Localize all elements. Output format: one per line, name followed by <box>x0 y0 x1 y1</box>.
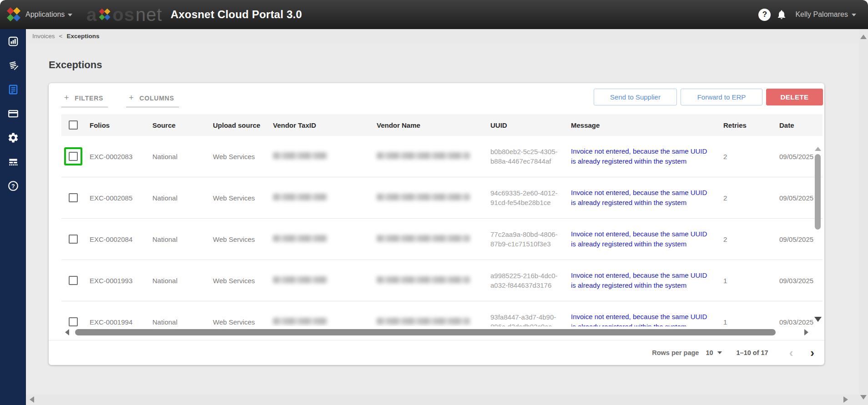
column-header-upload-source: Upload source <box>213 121 273 129</box>
cell-retries: 1 <box>723 318 779 326</box>
cell-retries: 2 <box>723 153 779 160</box>
cell-vendor-name <box>377 276 490 285</box>
sidebar-item-settings[interactable] <box>0 125 26 150</box>
topbar: Applications a osnet Axosnet Cloud Porta… <box>0 0 868 29</box>
rows-per-page-select[interactable]: 10 <box>706 349 722 356</box>
filters-button[interactable]: + FILTERS <box>61 90 108 107</box>
rows-per-page-value: 10 <box>706 349 713 356</box>
column-header-message: Message <box>571 121 723 129</box>
cell-message[interactable]: Invoice not entered, because the same UU… <box>571 312 723 326</box>
cell-retries: 2 <box>723 235 779 243</box>
cell-upload-source: Web Services <box>213 277 273 285</box>
cell-vendor-taxid <box>273 318 377 326</box>
table-row[interactable]: EXC-0002084 National Web Services 77c2aa… <box>61 219 823 260</box>
cell-vendor-taxid <box>273 235 377 243</box>
sidebar-item-documents-active[interactable] <box>0 77 26 101</box>
axosnet-logo-icon <box>5 6 22 23</box>
cell-message[interactable]: Invoice not entered, because the same UU… <box>571 229 723 249</box>
row-checkbox[interactable] <box>69 235 78 244</box>
cell-upload-source: Web Services <box>213 194 273 202</box>
column-header-uuid: UUID <box>490 121 571 129</box>
next-page-button[interactable]: › <box>810 347 814 359</box>
previous-page-button[interactable]: ‹ <box>789 347 793 359</box>
columns-button[interactable]: + COLUMNS <box>126 90 179 107</box>
help-circle-icon: ? <box>7 180 19 192</box>
row-checkbox[interactable] <box>69 152 78 161</box>
delete-button[interactable]: DELETE <box>766 89 823 105</box>
scroll-left-arrow-icon[interactable] <box>30 396 34 403</box>
notepad-pencil-icon <box>7 60 19 71</box>
table-horizontal-scrollbar[interactable] <box>61 329 811 336</box>
page-title: Exceptions <box>49 59 102 71</box>
scroll-down-arrow-icon[interactable] <box>814 317 822 322</box>
cell-vendor-name <box>377 235 490 243</box>
page-horizontal-scrollbar[interactable] <box>26 395 859 405</box>
scroll-left-arrow-icon[interactable] <box>65 329 69 335</box>
cell-source: National <box>152 153 213 160</box>
horizontal-scrollbar-thumb[interactable] <box>75 329 776 335</box>
cell-source: National <box>152 318 213 326</box>
sidebar-item-help[interactable]: ? <box>0 174 26 198</box>
notifications-bell-icon[interactable] <box>776 9 787 20</box>
cell-uuid: b0b80eb2-5c25-4305-b88a-4467ec7844af <box>490 147 571 166</box>
cell-uuid: 77c2aa9a-80bd-4806-87b9-c1c71510f3e3 <box>490 230 571 249</box>
scroll-up-arrow-icon[interactable] <box>815 147 821 151</box>
exceptions-card: + FILTERS + COLUMNS Send to Supplier For… <box>49 83 824 365</box>
app-title: Axosnet Cloud Portal 3.0 <box>171 0 302 29</box>
table-toolbar-actions: Send to Supplier Forward to ERP DELETE <box>594 89 823 105</box>
cell-source: National <box>152 194 213 202</box>
breadcrumb: Invoices < Exceptions <box>26 29 859 43</box>
row-checkbox[interactable] <box>69 193 78 202</box>
scroll-up-arrow-icon[interactable] <box>860 35 867 39</box>
scroll-right-arrow-icon[interactable] <box>843 396 848 403</box>
sidebar-item-notes[interactable] <box>0 53 26 77</box>
cell-message[interactable]: Invoice not entered, because the same UU… <box>571 270 723 290</box>
row-checkbox[interactable] <box>69 317 78 326</box>
user-menu[interactable]: Kelly Palomares <box>795 10 856 19</box>
cell-uuid: 93fa8447-a3d7-4b90-896c-d2dcdb03c9ac <box>490 312 571 326</box>
redacted-vendor-name <box>377 194 470 200</box>
select-all-checkbox[interactable] <box>69 120 78 130</box>
page-vertical-scrollbar[interactable] <box>859 29 868 405</box>
column-header-date: Date <box>779 121 823 129</box>
sidebar-item-records[interactable] <box>0 150 26 174</box>
cell-vendor-taxid <box>273 194 377 202</box>
user-name: Kelly Palomares <box>795 10 848 19</box>
chevron-down-icon <box>852 14 856 16</box>
scroll-right-arrow-icon[interactable] <box>804 329 808 335</box>
help-icon[interactable]: ? <box>758 9 771 21</box>
bar-chart-icon <box>7 35 19 47</box>
redacted-vendor-name <box>377 152 470 159</box>
forward-to-erp-button[interactable]: Forward to ERP <box>681 89 762 105</box>
table-row[interactable]: EXC-0002085 National Web Services 94c693… <box>61 177 823 219</box>
scroll-down-arrow-icon[interactable] <box>860 395 867 400</box>
pagination-range: 1–10 of 17 <box>737 349 768 356</box>
row-checkbox-highlight <box>64 147 82 165</box>
cell-vendor-name <box>377 194 490 202</box>
cell-retries: 2 <box>723 194 779 202</box>
table-header: Folios Source Upload source Vendor TaxID… <box>61 114 823 136</box>
row-checkbox[interactable] <box>69 276 78 285</box>
table-vertical-scrollbar[interactable] <box>814 136 822 326</box>
applications-menu[interactable]: Applications <box>25 0 72 29</box>
cell-upload-source: Web Services <box>213 235 273 243</box>
column-header-vendor-taxid: Vendor TaxID <box>273 121 377 129</box>
vertical-scrollbar-thumb[interactable] <box>815 154 821 230</box>
sidebar-item-dashboard[interactable] <box>0 29 26 53</box>
breadcrumb-invoices[interactable]: Invoices <box>32 33 55 40</box>
plus-icon: + <box>64 93 69 103</box>
chevron-down-icon <box>717 351 722 354</box>
table-body: EXC-0002083 National Web Services b0b80e… <box>61 136 823 326</box>
send-to-supplier-button[interactable]: Send to Supplier <box>594 89 677 105</box>
sidebar-item-payments[interactable] <box>0 101 26 125</box>
table-row[interactable]: EXC-0001993 National Web Services a99852… <box>61 260 823 301</box>
cell-retries: 1 <box>723 277 779 285</box>
breadcrumb-separator: < <box>59 33 63 40</box>
cell-message[interactable]: Invoice not entered, because the same UU… <box>571 188 723 208</box>
chevron-down-icon <box>68 14 72 16</box>
table-row[interactable]: EXC-0002083 National Web Services b0b80e… <box>61 136 823 177</box>
main-content: Exceptions + FILTERS + COLUMNS Send to S… <box>26 43 859 395</box>
cell-message[interactable]: Invoice not entered, because the same UU… <box>571 146 723 166</box>
table-row[interactable]: EXC-0001994 National Web Services 93fa84… <box>61 301 823 326</box>
axosnet-watermark: a osnet <box>86 0 162 29</box>
